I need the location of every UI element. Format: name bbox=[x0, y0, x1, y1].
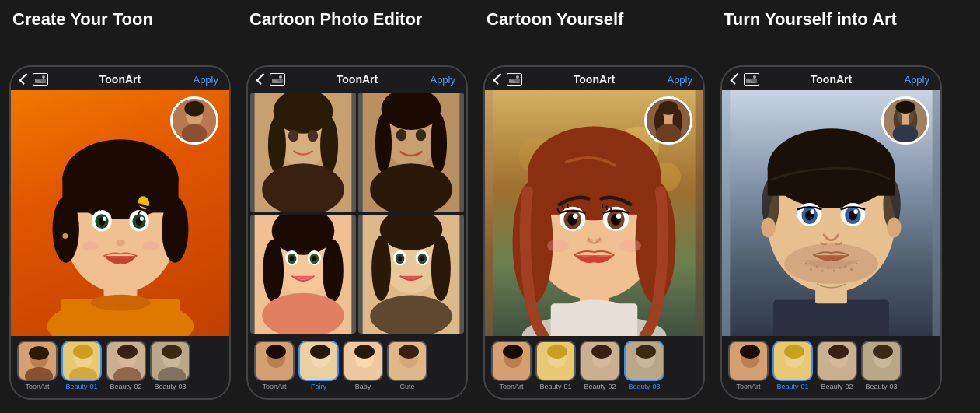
thumb-img-22[interactable] bbox=[343, 341, 383, 381]
thumb-item-22[interactable]: Baby bbox=[343, 341, 383, 390]
thumb-label-21: Fairy bbox=[311, 383, 326, 390]
svg-point-176 bbox=[784, 345, 804, 359]
svg-point-182 bbox=[873, 345, 893, 359]
photo-cell-bl bbox=[250, 215, 356, 334]
back-icon-1[interactable] bbox=[19, 73, 31, 85]
svg-point-28 bbox=[29, 346, 49, 360]
thumb-img-23[interactable] bbox=[387, 341, 427, 381]
thumb-item-2[interactable]: Beauty-02 bbox=[106, 341, 146, 390]
thumb-strip-2: ToonArt Fairy Baby bbox=[248, 336, 466, 398]
apply-button-4[interactable]: Apply bbox=[904, 74, 929, 86]
thumb-label-32: Beauty-02 bbox=[584, 383, 616, 390]
svg-point-145 bbox=[887, 218, 902, 238]
card-create-toon: Create Your Toon ToonArt Apply bbox=[9, 8, 239, 400]
page-container: Create Your Toon ToonArt Apply bbox=[0, 0, 980, 413]
thumb-img-0[interactable] bbox=[17, 341, 58, 381]
svg-point-48 bbox=[288, 130, 298, 142]
photo-svg-tr bbox=[358, 93, 464, 212]
svg-point-81 bbox=[420, 256, 425, 261]
thumb-item-32[interactable]: Beauty-02 bbox=[580, 341, 620, 390]
thumb-label-30: ToonArt bbox=[499, 383, 523, 390]
svg-rect-10 bbox=[62, 176, 178, 212]
thumb-img-40[interactable] bbox=[728, 341, 769, 381]
photo-svg-br bbox=[358, 215, 464, 334]
avatar-circle-3 bbox=[644, 96, 692, 145]
gallery-icon-2[interactable] bbox=[270, 73, 285, 86]
svg-point-24 bbox=[82, 241, 99, 250]
thumb-img-43[interactable] bbox=[861, 341, 902, 381]
thumb-item-1[interactable]: Beauty-01 bbox=[61, 341, 102, 390]
thumb-img-2[interactable] bbox=[106, 341, 146, 381]
photo-svg-bl bbox=[250, 215, 356, 334]
thumb-item-23[interactable]: Cute bbox=[387, 341, 427, 390]
back-icon-2[interactable] bbox=[256, 73, 268, 85]
svg-point-21 bbox=[139, 217, 143, 221]
thumb-item-31[interactable]: Beauty-01 bbox=[535, 341, 576, 390]
thumb-item-33[interactable]: Beauty-03 bbox=[624, 341, 664, 390]
thumb-img-3[interactable] bbox=[150, 341, 190, 381]
svg-point-157 bbox=[816, 265, 818, 268]
svg-point-156 bbox=[810, 268, 812, 271]
thumb-item-21[interactable]: Fairy bbox=[298, 341, 339, 390]
apply-button-2[interactable]: Apply bbox=[430, 74, 455, 86]
photo-svg-tl bbox=[250, 93, 356, 212]
svg-point-173 bbox=[740, 345, 760, 359]
card3-title: Cartoon Yourself bbox=[483, 8, 623, 61]
thumb-img-41[interactable] bbox=[772, 341, 813, 381]
thumb-label-31: Beauty-01 bbox=[539, 383, 571, 390]
thumb-img-30[interactable] bbox=[491, 341, 532, 381]
svg-point-161 bbox=[839, 267, 841, 269]
thumb-item-3[interactable]: Beauty-03 bbox=[150, 341, 190, 390]
thumb-img-1[interactable] bbox=[61, 341, 102, 381]
svg-rect-137 bbox=[773, 300, 889, 336]
apply-button-1[interactable]: Apply bbox=[193, 74, 218, 86]
svg-point-56 bbox=[396, 129, 406, 141]
thumb-img-33[interactable] bbox=[624, 341, 664, 381]
gallery-icon-1[interactable] bbox=[33, 73, 48, 86]
gallery-icon-3[interactable] bbox=[507, 73, 522, 86]
phone-content-2 bbox=[248, 90, 466, 336]
phone-header-2: ToonArt Apply bbox=[248, 67, 466, 90]
back-icon-4[interactable] bbox=[731, 73, 742, 85]
phone-content-4 bbox=[722, 90, 940, 336]
svg-point-84 bbox=[266, 345, 286, 359]
back-icon-3[interactable] bbox=[493, 73, 505, 85]
svg-point-112 bbox=[573, 213, 578, 219]
thumb-img-21[interactable] bbox=[298, 341, 339, 381]
svg-point-54 bbox=[431, 114, 447, 173]
phone-frame-1: ToonArt Apply bbox=[9, 65, 231, 400]
gallery-icon-4[interactable] bbox=[744, 73, 759, 86]
phone-frame-2: ToonArt Apply bbox=[246, 65, 468, 400]
thumb-item-42[interactable]: Beauty-02 bbox=[817, 341, 857, 390]
svg-point-61 bbox=[263, 239, 284, 302]
thumb-label-23: Cute bbox=[399, 383, 414, 390]
avatar-circle-4 bbox=[881, 96, 929, 145]
svg-point-153 bbox=[811, 209, 815, 214]
svg-point-12 bbox=[162, 196, 188, 263]
svg-point-40 bbox=[162, 345, 182, 359]
phone-header-1: ToonArt Apply bbox=[11, 67, 229, 90]
svg-point-11 bbox=[52, 196, 78, 263]
svg-point-114 bbox=[586, 239, 593, 243]
thumb-item-43[interactable]: Beauty-03 bbox=[861, 341, 902, 390]
apply-button-3[interactable]: Apply bbox=[667, 74, 692, 86]
card4-title: Turn Yourself into Art bbox=[720, 8, 897, 61]
card-photo-editor: Cartoon Photo Editor ToonArt Apply bbox=[246, 8, 476, 400]
phone-content-1 bbox=[11, 90, 229, 336]
thumb-label-40: ToonArt bbox=[736, 383, 760, 390]
phone-frame-4: ToonArt Apply bbox=[720, 65, 942, 400]
svg-point-68 bbox=[290, 256, 295, 261]
svg-point-7 bbox=[90, 295, 150, 311]
thumb-item-20[interactable]: ToonArt bbox=[254, 341, 295, 390]
thumb-img-42[interactable] bbox=[817, 341, 857, 381]
thumb-item-41[interactable]: Beauty-01 bbox=[772, 341, 813, 390]
thumb-img-32[interactable] bbox=[580, 341, 620, 381]
thumb-item-40[interactable]: ToonArt bbox=[728, 341, 769, 390]
thumb-img-20[interactable] bbox=[254, 341, 295, 381]
thumb-item-30[interactable]: ToonArt bbox=[491, 341, 532, 390]
svg-point-144 bbox=[761, 218, 776, 238]
svg-point-93 bbox=[399, 345, 419, 359]
thumb-item-0[interactable]: ToonArt bbox=[17, 341, 58, 390]
photo-grid bbox=[248, 90, 466, 336]
thumb-img-31[interactable] bbox=[535, 341, 576, 381]
